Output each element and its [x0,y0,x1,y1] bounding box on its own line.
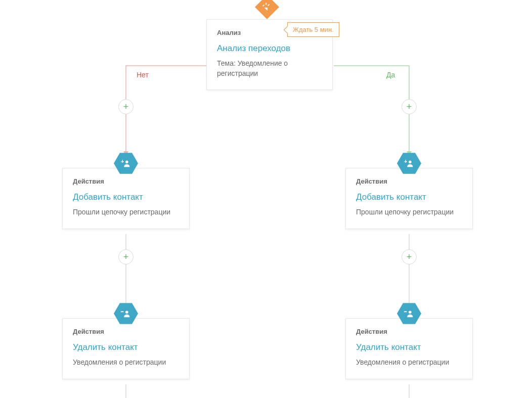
card-sub: Прошли цепочку регистрации [356,207,462,217]
card-title: Удалить контакт [73,342,179,352]
card-category: Действия [356,178,462,185]
svg-line-3 [268,5,270,6]
add-contact-card-right[interactable]: Действия Добавить контакт Прошли цепочку… [345,168,473,229]
add-step-button-left-2[interactable]: + [118,249,134,264]
svg-point-8 [409,161,412,164]
add-contact-card-left[interactable]: Действия Добавить контакт Прошли цепочку… [62,168,190,229]
add-user-icon: + [397,153,421,174]
card-title: Анализ переходов [217,43,322,54]
card-title: Удалить контакт [356,342,462,352]
card-sub: Уведомления о регистрации [73,358,179,368]
add-step-button-right-1[interactable]: + [402,99,417,114]
card-category: Действия [73,178,179,185]
add-step-button-right-2[interactable]: + [402,249,417,264]
card-category: Действия [73,328,179,335]
svg-rect-12 [121,311,124,312]
add-user-icon: + [114,153,138,174]
card-sub: Уведомления о регистрации [356,358,462,368]
svg-point-14 [409,311,412,314]
branch-label-yes: Да [386,71,395,79]
svg-text:+: + [404,158,407,164]
card-category: Действия [356,328,462,335]
wait-badge: Ждать 5 мин. [287,22,339,37]
svg-point-11 [125,311,128,314]
card-title: Добавить контакт [356,192,462,202]
svg-text:+: + [121,158,124,164]
svg-rect-15 [404,311,407,312]
remove-contact-card-right[interactable]: Действия Удалить контакт Уведомления о р… [345,318,473,379]
svg-point-5 [125,161,128,164]
card-sub: Прошли цепочку регистрации [73,207,179,217]
add-step-button-left-1[interactable]: + [118,99,134,114]
remove-user-icon [114,303,138,324]
remove-contact-card-left[interactable]: Действия Удалить контакт Уведомления о р… [62,318,190,379]
card-title: Добавить контакт [73,192,179,202]
card-subject: Тема: Уведомление о регистрации [217,59,322,78]
svg-line-1 [263,5,264,6]
analysis-icon [254,0,280,19]
branch-label-no: Нет [137,71,149,79]
remove-user-icon [397,303,421,324]
